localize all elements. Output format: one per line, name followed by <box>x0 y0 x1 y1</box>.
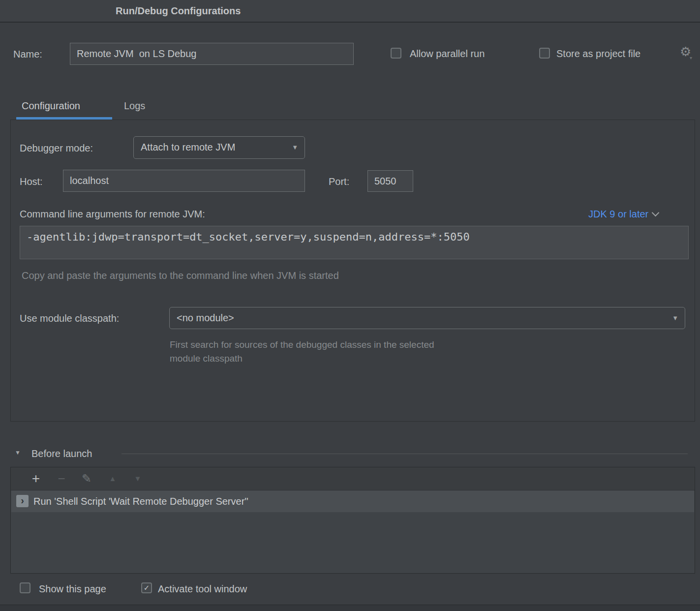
module-classpath-hint-line2: module classpath <box>170 352 434 366</box>
remove-icon[interactable]: − <box>56 467 67 490</box>
before-launch-item[interactable]: › Run 'Shell Script 'Wait Remote Debugge… <box>11 490 694 512</box>
activate-tool-window-checkbox[interactable]: ✓ <box>141 582 152 593</box>
tab-configuration[interactable]: Configuration <box>22 100 80 112</box>
module-classpath-select[interactable]: <no module> ▼ <box>169 307 685 329</box>
command-line-label: Command line arguments for remote JVM: <box>20 209 205 220</box>
before-launch-title: Before launch <box>31 448 92 459</box>
before-launch-list: + − ✎ ▲ ▼ › Run 'Shell Script 'Wait Remo… <box>10 467 695 574</box>
activate-tool-window-label: Activate tool window <box>158 583 247 595</box>
jdk-version-selector[interactable]: JDK 9 or later <box>588 209 658 220</box>
chevron-down-icon: ▼ <box>292 137 298 158</box>
check-icon: ✓ <box>142 583 151 592</box>
chevron-down-icon <box>652 209 660 217</box>
show-this-page-checkbox[interactable] <box>20 582 30 593</box>
command-line-arguments-field[interactable]: -agentlib:jdwp=transport=dt_socket,serve… <box>20 226 689 259</box>
before-launch-separator <box>122 454 688 454</box>
before-launch-toolbar: + − ✎ ▲ ▼ <box>11 467 695 490</box>
gear-dropdown-icon: ▾ <box>690 55 692 61</box>
name-input-value: Remote JVM on LS Debug <box>70 43 353 64</box>
dialog-titlebar: Run/Debug Configurations <box>0 0 700 23</box>
module-classpath-value: <no module> <box>170 307 685 329</box>
debugger-mode-value: Attach to remote JVM <box>134 137 304 158</box>
host-input[interactable]: localhost <box>63 170 305 192</box>
before-launch-item-label: Run 'Shell Script 'Wait Remote Debugger … <box>33 490 248 512</box>
dialog-footer-edge <box>0 605 700 611</box>
port-label: Port: <box>329 176 349 187</box>
name-label: Name: <box>13 49 42 60</box>
module-classpath-hint-line1: First search for sources of the debugged… <box>170 338 434 352</box>
host-input-value: localhost <box>63 170 304 191</box>
add-icon[interactable]: + <box>30 467 41 490</box>
run-script-icon: › <box>16 495 29 507</box>
store-as-project-file-label: Store as project file <box>556 48 640 60</box>
collapse-arrow-icon[interactable]: ▼ <box>15 449 21 456</box>
chevron-down-icon: ▼ <box>672 307 678 329</box>
allow-parallel-run-label: Allow parallel run <box>410 48 485 60</box>
run-chevron-glyph: › <box>16 495 29 506</box>
command-line-hint: Copy and paste the arguments to the comm… <box>22 270 339 281</box>
port-input[interactable]: 5050 <box>367 170 413 192</box>
debugger-mode-label: Debugger mode: <box>20 143 93 154</box>
move-up-icon[interactable]: ▲ <box>107 467 118 490</box>
command-line-arguments-value: -agentlib:jdwp=transport=dt_socket,serve… <box>20 226 688 243</box>
move-down-icon[interactable]: ▼ <box>132 467 143 490</box>
module-classpath-hint: First search for sources of the debugged… <box>170 338 434 366</box>
allow-parallel-run-checkbox[interactable] <box>391 48 401 59</box>
module-classpath-label: Use module classpath: <box>20 313 119 324</box>
show-this-page-label: Show this page <box>39 583 106 595</box>
name-input[interactable]: Remote JVM on LS Debug <box>70 43 354 65</box>
tab-logs[interactable]: Logs <box>124 100 145 112</box>
debugger-mode-select[interactable]: Attach to remote JVM ▼ <box>133 136 305 159</box>
dialog-title: Run/Debug Configurations <box>116 0 241 22</box>
store-as-project-file-checkbox[interactable] <box>539 48 550 59</box>
host-label: Host: <box>20 176 43 187</box>
port-input-value: 5050 <box>368 171 413 192</box>
edit-icon[interactable]: ✎ <box>81 467 92 490</box>
run-debug-configurations-dialog: { "window": { "title": "Run/Debug Config… <box>0 0 700 611</box>
jdk-version-link: JDK 9 or later <box>588 209 648 219</box>
